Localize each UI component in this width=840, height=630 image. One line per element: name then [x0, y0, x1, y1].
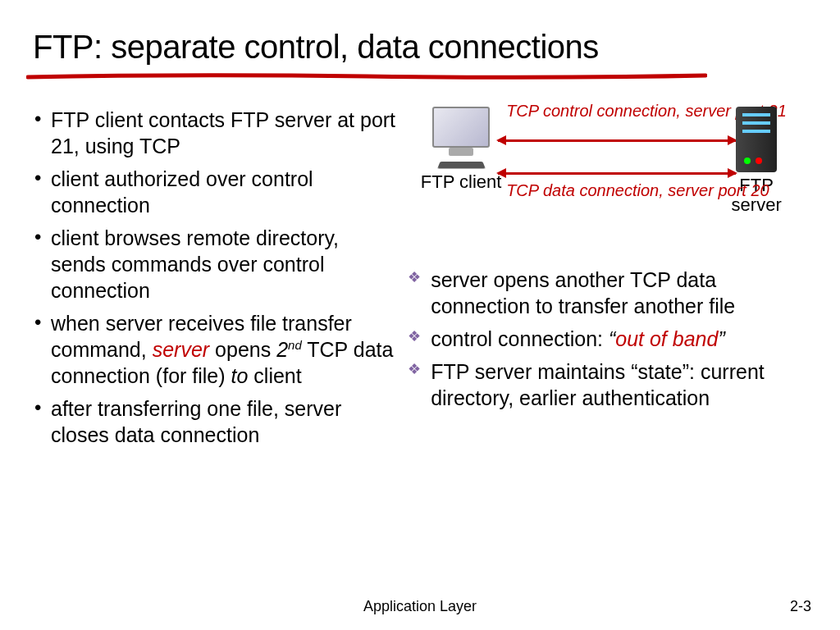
- text-italic: to: [231, 364, 249, 387]
- keyboard-icon: [437, 162, 486, 169]
- title-underline: [26, 72, 707, 82]
- bullet-item: client browses remote directory, sends c…: [51, 225, 395, 304]
- text-red: out of band: [615, 327, 718, 350]
- text: client: [248, 364, 301, 387]
- quote: ”: [718, 327, 724, 350]
- text: opens: [209, 338, 276, 361]
- monitor-icon: [432, 107, 490, 148]
- footer-center: Application Layer: [0, 598, 840, 615]
- client-label: FTP client: [420, 172, 502, 192]
- page-number: 2-3: [790, 598, 811, 615]
- left-column: FTP client contacts FTP server at port 2…: [33, 107, 408, 454]
- text-italic: 2: [276, 338, 288, 361]
- control-arrow: [498, 139, 736, 142]
- diamond-item: control connection: “out of band”: [431, 326, 807, 352]
- diamond-item: FTP server maintains “state”: current di…: [431, 358, 807, 411]
- data-conn-label: TCP data connection, server port 20: [506, 182, 744, 199]
- bullet-item: client authorized over control connectio…: [51, 166, 395, 218]
- right-column: TCP control connection, server port 21 F…: [408, 107, 807, 454]
- bullet-item: when server receives file transfer comma…: [51, 310, 395, 389]
- ftp-client-figure: FTP client: [420, 107, 502, 192]
- left-bullet-list: FTP client contacts FTP server at port 2…: [33, 107, 395, 448]
- text: control connection:: [431, 327, 609, 350]
- server-icon: [736, 107, 777, 172]
- ftp-diagram: TCP control connection, server port 21 F…: [408, 107, 793, 242]
- slide-title: FTP: separate control, data connections: [0, 0, 840, 66]
- control-conn-label: TCP control connection, server port 21: [506, 103, 744, 120]
- content-area: FTP client contacts FTP server at port 2…: [0, 66, 840, 454]
- text-sup: nd: [288, 338, 302, 352]
- data-arrow: [498, 172, 736, 175]
- diamond-item: server opens another TCP data connection…: [431, 267, 807, 319]
- bullet-item: FTP client contacts FTP server at port 2…: [51, 107, 395, 159]
- text-red: server: [153, 338, 209, 361]
- bullet-item: after transferring one file, server clos…: [51, 395, 395, 448]
- right-bullet-list: server opens another TCP data connection…: [408, 267, 807, 411]
